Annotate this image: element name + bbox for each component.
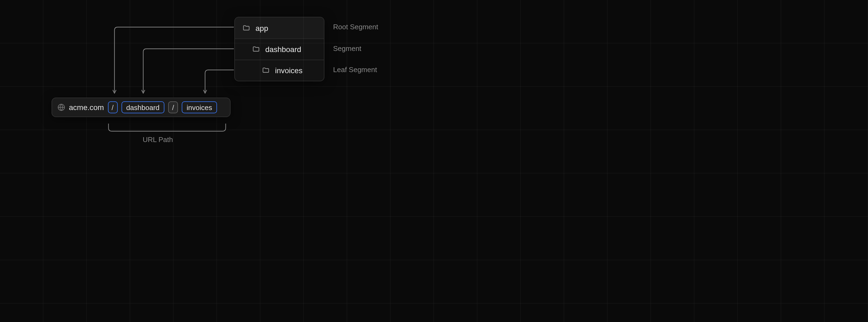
folder-icon — [243, 24, 250, 32]
url-slash-root: / — [108, 101, 118, 113]
tree-row-leaf: invoices — [235, 60, 324, 81]
url-path-caption: URL Path — [143, 135, 173, 143]
label-segment: Segment — [333, 44, 361, 53]
url-bar: acme.com / dashboard / invoices — [52, 98, 230, 117]
tree-row-label: app — [255, 24, 268, 32]
folder-tree: app dashboard invoices — [235, 17, 324, 81]
globe-icon — [58, 103, 65, 111]
label-leaf-segment: Leaf Segment — [333, 66, 377, 74]
label-root-segment: Root Segment — [333, 23, 378, 31]
url-segment-dashboard: dashboard — [121, 101, 164, 113]
folder-icon — [252, 45, 260, 53]
folder-icon — [262, 67, 270, 74]
url-slash: / — [168, 101, 178, 113]
connector-lines — [0, 0, 868, 322]
tree-row-root: app — [235, 18, 324, 38]
tree-row-label: invoices — [275, 66, 303, 75]
tree-row-segment: dashboard — [235, 38, 324, 60]
tree-row-label: dashboard — [265, 45, 301, 54]
url-segment-invoices: invoices — [182, 101, 217, 113]
url-domain: acme.com — [69, 103, 104, 112]
